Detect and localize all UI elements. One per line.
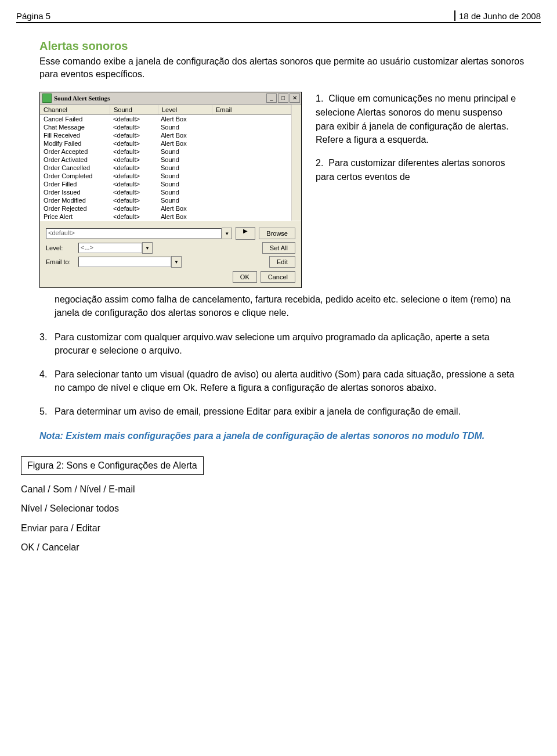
step-2-continued: negociação assim como falha de cancelame… — [39, 293, 518, 319]
note-paragraph: Nota: Existem mais configurações para a … — [39, 429, 518, 442]
intro-paragraph: Esse comando exibe a janela de configura… — [39, 55, 541, 80]
table-row[interactable]: Price Alert<default>Alert Box — [40, 213, 291, 221]
translation-glossary: Canal / Som / Nível / E-mail Nível / Sel… — [21, 480, 541, 557]
glossary-line-1: Canal / Som / Nível / E-mail — [21, 480, 541, 499]
level-label: Level: — [46, 244, 78, 251]
edit-button[interactable]: Edit — [269, 256, 295, 268]
step-3: 3.Para customizar com qualquer arquivo.w… — [39, 330, 518, 357]
steps-continued: negociação assim como falha de cancelame… — [39, 293, 518, 418]
table-row[interactable]: Order Rejected<default>Alert Box — [40, 204, 291, 213]
settings-panel: <default> ▼ ▶ Browse Level: <...> ▼ Set … — [40, 221, 301, 287]
play-arrow-icon[interactable]: ▶ — [236, 227, 255, 240]
chevron-down-icon[interactable]: ▼ — [142, 242, 153, 254]
set-all-button[interactable]: Set All — [262, 242, 295, 254]
table-row[interactable]: Order Issued<default>Sound — [40, 188, 291, 196]
page-number: Página 5 — [16, 11, 56, 21]
glossary-line-3: Enviar para / Editar — [21, 519, 541, 538]
cancel-button[interactable]: Cancel — [261, 271, 295, 283]
figure-caption-text: : Sons e Configurações de Alerta — [62, 460, 197, 470]
steps-beside-figure: 1. Clique em comunicações no menu princi… — [39, 92, 518, 183]
step-5: 5.Para determinar um aviso de email, pre… — [39, 405, 518, 418]
figure-caption-label: Figura 2 — [27, 460, 62, 470]
glossary-line-2: Nível / Selecionar todos — [21, 499, 541, 519]
step-1: 1. Clique em comunicações no menu princi… — [39, 92, 518, 147]
ok-button[interactable]: OK — [233, 271, 257, 283]
email-to-select[interactable] — [78, 257, 171, 267]
table-row[interactable]: Order Modified<default>Sound — [40, 196, 291, 204]
sound-select[interactable]: <default> — [46, 228, 222, 239]
section-heading: Alertas sonoros — [39, 39, 541, 53]
table-row[interactable]: Order Accepted<default>Sound — [40, 147, 291, 156]
email-to-label: Email to: — [46, 258, 78, 265]
glossary-line-4: OK / Cancelar — [21, 538, 541, 557]
level-select[interactable]: <...> — [78, 243, 142, 253]
step-4: 4.Para selecionar tanto um visual (quadr… — [39, 368, 518, 394]
figure-caption-box: Figura 2: Sons e Configurações de Alerta — [21, 456, 204, 475]
step-2-top: 2. Para customizar diferentes alertas so… — [39, 156, 518, 183]
page-date: 18 de Junho de 2008 — [459, 11, 541, 21]
header-divider — [454, 10, 455, 21]
page-header: Página 5 18 de Junho de 2008 — [16, 10, 541, 23]
browse-button[interactable]: Browse — [259, 228, 295, 239]
chevron-down-icon[interactable]: ▼ — [222, 228, 232, 239]
chevron-down-icon[interactable]: ▼ — [171, 256, 182, 268]
